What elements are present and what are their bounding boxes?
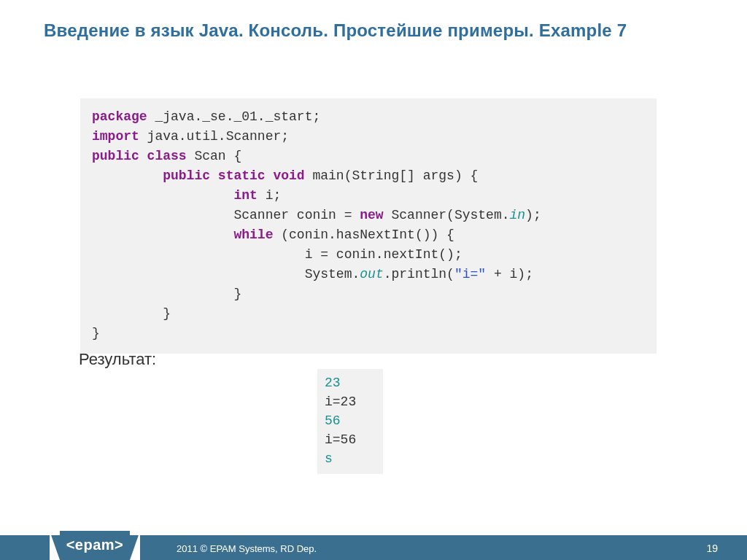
code-indent <box>92 168 163 183</box>
keyword-while: while <box>233 228 273 242</box>
code-text: Scanner conin = <box>233 208 360 222</box>
slide-title: Введение в язык Java. Консоль. Простейши… <box>44 20 718 41</box>
code-text: (conin.hasNextInt()) { <box>273 228 454 242</box>
keyword-import: import <box>92 129 139 144</box>
code-text: _java._se._01._start; <box>147 109 321 124</box>
code-text: } <box>92 326 100 341</box>
keyword-main: public static void <box>163 168 312 183</box>
epam-logo-text: <epam> <box>60 537 130 553</box>
footer-bar: <epam> 2011 © EPAM Systems, RD Dep. 19 <box>0 535 747 560</box>
output-input: s <box>325 451 333 466</box>
code-text: } <box>92 287 241 301</box>
code-indent <box>92 208 233 222</box>
copyright-text: 2011 © EPAM Systems, RD Dep. <box>177 543 317 554</box>
string-literal: "i=" <box>454 267 486 281</box>
code-text: Scanner(System. <box>384 208 510 222</box>
keyword-int: int <box>233 188 257 203</box>
code-text: i = conin.nextInt(); <box>92 247 462 262</box>
slide: Введение в язык Java. Консоль. Простейши… <box>0 0 747 560</box>
code-text: } <box>92 306 171 321</box>
output-line: i=56 <box>325 432 356 447</box>
epam-logo: <epam> <box>60 531 130 560</box>
output-line: i=23 <box>325 394 356 409</box>
keyword-class: public class <box>92 149 194 163</box>
page-number: 19 <box>706 542 718 554</box>
code-text: + i); <box>486 267 533 281</box>
code-text: i; <box>258 188 281 203</box>
field-in: in <box>510 208 526 222</box>
code-block: package _java._se._01._start; import jav… <box>80 98 657 354</box>
code-text: .println( <box>384 267 454 281</box>
field-out: out <box>360 267 383 281</box>
code-text: main(String[] args) { <box>312 168 478 183</box>
code-text: Scan { <box>194 149 241 163</box>
keyword-new: new <box>360 208 383 222</box>
output-input: 23 <box>325 376 341 390</box>
code-text: System. <box>305 267 360 281</box>
code-indent <box>92 188 233 203</box>
output-block: 23 i=23 56 i=56 s <box>317 369 383 474</box>
code-indent <box>92 267 305 281</box>
code-text: java.util.Scanner; <box>139 129 289 144</box>
code-indent <box>92 228 233 242</box>
keyword-package: package <box>92 109 147 124</box>
code-text: ); <box>525 208 541 222</box>
output-input: 56 <box>325 413 341 428</box>
result-label: Результат: <box>79 350 156 369</box>
